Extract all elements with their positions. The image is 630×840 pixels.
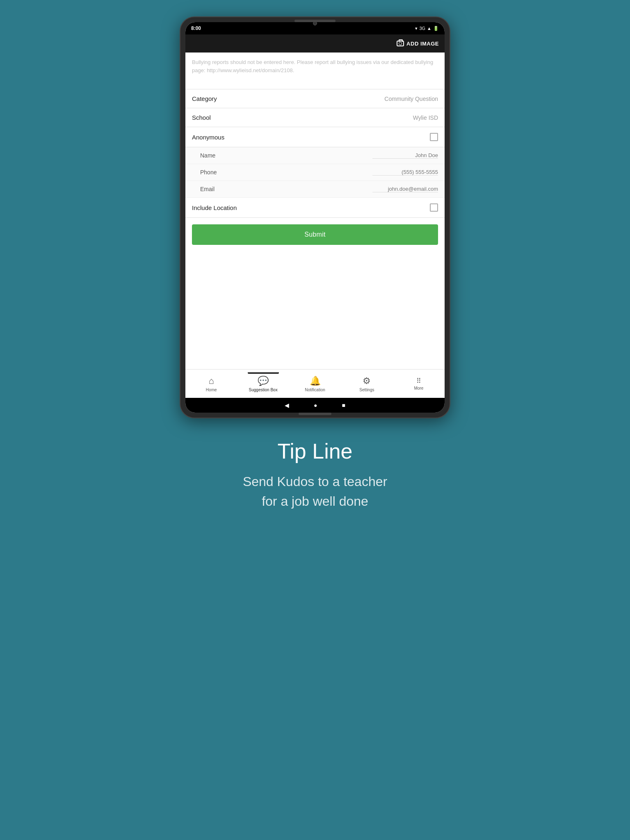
email-row: Email	[185, 181, 445, 198]
nav-item-suggestion-box[interactable]: 💬 Suggestion Box	[237, 372, 289, 395]
signal-bars-icon: ▲	[427, 26, 431, 31]
screen: 8:00 ▾ 3G ▲ 🔋 ADD IMAGE Bullying reports…	[185, 22, 445, 413]
back-button[interactable]: ◀	[285, 402, 289, 409]
anonymous-checkbox[interactable]	[430, 133, 438, 141]
school-label: School	[192, 114, 211, 121]
nav-notification-label: Notification	[305, 388, 325, 392]
school-value: Wylie ISD	[413, 114, 438, 121]
submit-section: Submit	[185, 218, 445, 251]
app-toolbar: ADD IMAGE	[185, 34, 445, 52]
phone-row: Phone	[185, 164, 445, 181]
anonymous-label: Anonymous	[192, 134, 224, 141]
page-subtitle: Send Kudos to a teacherfor a job well do…	[243, 472, 387, 511]
category-row[interactable]: Category Community Question	[185, 89, 445, 108]
category-value: Community Question	[384, 96, 438, 102]
status-icons: ▾ 3G ▲ 🔋	[415, 26, 439, 31]
signal-label: 3G	[419, 26, 425, 31]
nav-suggestion-label: Suggestion Box	[249, 388, 278, 392]
bullying-notice-text: Bullying reports should not be entered h…	[192, 59, 433, 73]
home-button[interactable]: ●	[314, 402, 317, 409]
page-subtitle-text: Send Kudos to a teacherfor a job well do…	[243, 474, 387, 509]
add-image-label: ADD IMAGE	[406, 41, 439, 47]
nav-item-notification[interactable]: 🔔 Notification	[289, 372, 341, 395]
camera-icon	[397, 41, 404, 46]
nav-home-label: Home	[206, 388, 217, 392]
email-input[interactable]	[372, 186, 438, 192]
battery-icon: 🔋	[433, 26, 439, 31]
recents-button[interactable]: ■	[342, 402, 345, 409]
more-icon: ⠿	[416, 377, 421, 385]
name-input[interactable]	[372, 152, 438, 159]
nav-item-more[interactable]: ⠿ More	[393, 374, 445, 394]
add-image-button[interactable]: ADD IMAGE	[397, 41, 439, 47]
form-section: Bullying reports should not be entered h…	[185, 52, 445, 251]
include-location-label: Include Location	[192, 204, 237, 211]
include-location-row: Include Location	[185, 198, 445, 218]
name-row: Name	[185, 147, 445, 164]
notification-icon: 🔔	[310, 376, 321, 386]
bullying-notice: Bullying reports should not be entered h…	[185, 52, 445, 89]
name-label: Name	[200, 152, 215, 159]
nav-item-settings[interactable]: ⚙ Settings	[341, 372, 393, 395]
page-title: Tip Line	[243, 439, 387, 463]
email-label: Email	[200, 186, 215, 192]
suggestion-box-icon: 💬	[258, 376, 269, 386]
home-icon: ⌂	[209, 376, 214, 386]
phone-input[interactable]	[372, 169, 438, 176]
nav-settings-label: Settings	[359, 388, 374, 392]
camera	[313, 21, 317, 25]
settings-icon: ⚙	[363, 376, 371, 386]
status-time: 8:00	[191, 25, 201, 31]
school-row[interactable]: School Wylie ISD	[185, 108, 445, 127]
android-nav: ◀ ● ■	[185, 398, 445, 413]
tablet-frame: 8:00 ▾ 3G ▲ 🔋 ADD IMAGE Bullying reports…	[180, 16, 450, 418]
wifi-icon: ▾	[415, 26, 418, 31]
category-label: Category	[192, 95, 217, 102]
bottom-nav: ⌂ Home 💬 Suggestion Box 🔔 Notification ⚙…	[185, 369, 445, 398]
nav-item-home[interactable]: ⌂ Home	[185, 372, 237, 395]
page-bottom: Tip Line Send Kudos to a teacherfor a jo…	[243, 439, 387, 511]
phone-label: Phone	[200, 169, 217, 176]
submit-button[interactable]: Submit	[192, 224, 438, 245]
nav-more-label: More	[414, 386, 423, 390]
anonymous-row: Anonymous	[185, 127, 445, 147]
main-content: Bullying reports should not be entered h…	[185, 52, 445, 369]
include-location-checkbox[interactable]	[430, 203, 438, 212]
